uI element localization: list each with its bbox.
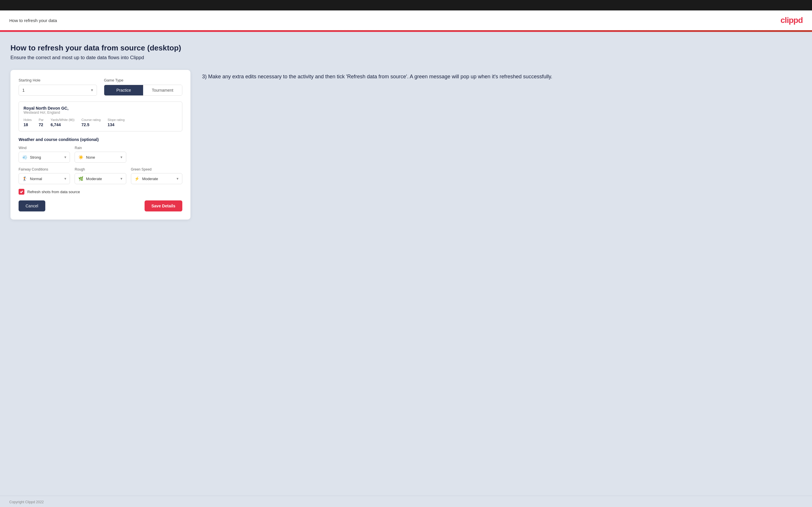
page-subheading: Ensure the correct and most up to date d…: [10, 55, 802, 61]
course-rating-stat: Course rating 72.5: [82, 118, 101, 127]
rain-icon: ☀️: [78, 154, 84, 160]
fairway-icon: 🏌️: [22, 176, 28, 181]
yards-label: Yards/White (M)): [51, 118, 74, 121]
rough-label: Rough: [74, 167, 126, 171]
wind-icon: 💨: [22, 154, 28, 160]
wind-group: Wind 💨 Strong ▼: [18, 146, 70, 163]
course-info-table: Royal North Devon GC, Westward Ho!, Engl…: [18, 102, 182, 131]
slope-rating-stat: Slope rating 134: [108, 118, 125, 127]
fairway-value: Normal: [30, 177, 63, 181]
course-rating-value: 72.5: [82, 122, 101, 127]
course-rating-label: Course rating: [82, 118, 101, 121]
green-speed-value: Moderate: [142, 177, 176, 181]
side-text-content: 3) Make any extra edits necessary to the…: [202, 73, 802, 81]
rain-chevron-icon: ▼: [120, 156, 123, 159]
game-type-group: Game Type Practice Tournament: [104, 78, 182, 96]
practice-button[interactable]: Practice: [104, 85, 143, 96]
holes-stat: Holes 18: [23, 118, 32, 127]
cancel-button[interactable]: Cancel: [18, 201, 45, 212]
starting-hole-group: Starting Hole 1 ▼: [18, 78, 97, 96]
starting-hole-select[interactable]: 1 ▼: [18, 85, 97, 96]
holes-value: 18: [23, 122, 32, 127]
green-speed-label: Green Speed: [131, 167, 182, 171]
rain-select[interactable]: ☀️ None ▼: [74, 152, 126, 163]
rough-icon: 🌿: [78, 176, 84, 181]
copyright-text: Copyright Clippd 2022: [9, 500, 44, 504]
course-name: Royal North Devon GC,: [23, 106, 177, 111]
par-stat: Par 72: [39, 118, 44, 127]
slope-rating-value: 134: [108, 122, 125, 127]
clippd-logo: clippd: [781, 16, 803, 25]
refresh-checkbox-label: Refresh shots from data source: [27, 190, 80, 194]
fairway-group: Fairway Conditions 🏌️ Normal ▼: [18, 167, 70, 184]
starting-hole-label: Starting Hole: [18, 78, 97, 82]
course-location: Westward Ho!, England: [23, 111, 177, 115]
green-speed-icon: ⚡: [134, 176, 140, 181]
par-label: Par: [39, 118, 44, 121]
form-actions: Cancel Save Details: [18, 201, 182, 212]
page-breadcrumb: How to refresh your data: [9, 18, 57, 23]
yards-stat: Yards/White (M)) 6,744: [51, 118, 74, 127]
slope-rating-label: Slope rating: [108, 118, 125, 121]
rough-select[interactable]: 🌿 Moderate ▼: [74, 173, 126, 184]
green-speed-group: Green Speed ⚡ Moderate ▼: [131, 167, 182, 184]
wind-select[interactable]: 💨 Strong ▼: [18, 152, 70, 163]
wind-value: Strong: [30, 155, 63, 160]
wind-chevron-icon: ▼: [63, 156, 67, 159]
page-title: How to refresh your data from source (de…: [10, 44, 802, 53]
weather-section-title: Weather and course conditions (optional): [18, 137, 182, 142]
refresh-checkbox-row: Refresh shots from data source: [18, 189, 182, 194]
green-speed-chevron-icon: ▼: [176, 177, 179, 180]
side-text-area: 3) Make any extra edits necessary to the…: [202, 70, 802, 81]
tournament-button[interactable]: Tournament: [143, 85, 182, 96]
yards-value: 6,744: [51, 122, 74, 127]
par-value: 72: [39, 122, 44, 127]
refresh-checkbox[interactable]: [18, 189, 24, 194]
starting-hole-input[interactable]: 1: [19, 85, 97, 96]
rough-value: Moderate: [86, 177, 119, 181]
fairway-label: Fairway Conditions: [18, 167, 70, 171]
rough-chevron-icon: ▼: [120, 177, 123, 180]
game-type-label: Game Type: [104, 78, 182, 82]
wind-label: Wind: [18, 146, 70, 150]
footer: Copyright Clippd 2022: [0, 496, 812, 507]
rain-label: Rain: [74, 146, 126, 150]
form-card: Starting Hole 1 ▼ Game Type Practice Tou…: [10, 70, 191, 220]
rough-group: Rough 🌿 Moderate ▼: [74, 167, 126, 184]
game-type-toggle: Practice Tournament: [104, 85, 182, 96]
save-button[interactable]: Save Details: [145, 201, 183, 212]
fairway-chevron-icon: ▼: [63, 177, 67, 180]
green-speed-select[interactable]: ⚡ Moderate ▼: [131, 173, 182, 184]
holes-label: Holes: [23, 118, 32, 121]
rain-value: None: [86, 155, 119, 160]
rain-group: Rain ☀️ None ▼: [74, 146, 126, 163]
fairway-select[interactable]: 🏌️ Normal ▼: [18, 173, 70, 184]
